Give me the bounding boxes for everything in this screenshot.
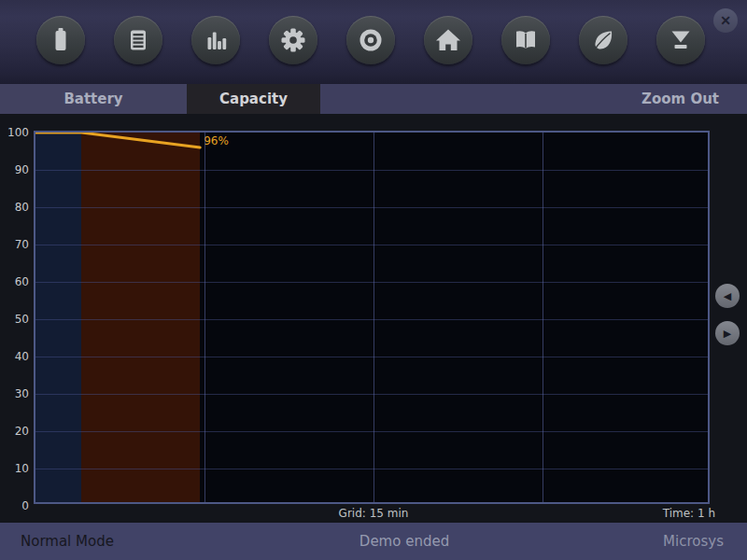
h-gridline [35,431,708,432]
plot-area: 96% [34,131,710,504]
h-gridline [35,282,708,283]
status-bar: Normal Mode Demo ended Microsys [0,523,747,560]
h-gridline [35,319,708,320]
y-axis-tick: 0 [0,499,29,512]
gear-icon [276,23,310,57]
home-icon [431,23,465,57]
record-target-icon [354,23,388,57]
vendor-label: Microsys [663,533,724,550]
capacity-line [35,133,710,504]
h-gridline [35,245,708,245]
bar-chart-button[interactable] [191,16,240,64]
chart-region: 96% 1009080706050403020100 Grid: 15 min … [0,114,747,523]
eco-button[interactable] [579,16,627,64]
collect-button[interactable] [656,16,705,64]
y-axis-tick: 30 [0,387,29,400]
log-list-icon [121,23,155,57]
tab-bar: Battery Capacity Zoom Out [0,84,747,114]
y-axis-tick: 50 [0,313,29,326]
record-button[interactable] [346,16,395,64]
leaf-icon [586,23,620,57]
funnel-icon [664,23,698,57]
battery-button[interactable] [36,16,85,64]
zoom-out-button[interactable]: Zoom Out [641,84,747,114]
h-gridline [35,207,708,208]
demo-status-label: Demo ended [359,533,449,550]
y-axis-tick: 80 [0,201,29,214]
manual-button[interactable] [501,16,550,64]
tab-capacity[interactable]: Capacity [187,84,320,114]
book-icon [509,23,543,57]
toolbar: ✕ [0,0,747,84]
tab-battery[interactable]: Battery [0,84,187,114]
scroll-left-button[interactable]: ◀ [715,284,740,308]
v-gridline [204,133,205,502]
y-axis-tick: 100 [0,126,29,139]
v-gridline [543,133,543,502]
y-axis-tick: 20 [0,425,29,438]
bar-chart-icon [199,23,233,57]
y-axis-tick: 60 [0,275,29,288]
scroll-right-button[interactable]: ▶ [715,321,740,345]
h-gridline [35,357,708,357]
grid-interval-label: Grid: 15 min [34,507,713,520]
time-window-label: Time: 1 h [663,507,715,520]
close-button[interactable]: ✕ [713,8,738,33]
mode-label: Normal Mode [21,533,114,550]
v-gridline [374,133,374,502]
h-gridline [35,170,708,171]
battery-icon [44,23,78,57]
current-value-label: 96% [204,134,229,147]
home-button[interactable] [424,16,472,64]
h-gridline [35,394,708,395]
toolbar-icon-row [36,16,705,64]
h-gridline [35,469,708,469]
y-axis-tick: 10 [0,462,29,475]
settings-button[interactable] [269,16,317,64]
log-list-button[interactable] [114,16,162,64]
y-axis-tick: 40 [0,350,29,363]
y-axis-tick: 90 [0,163,29,176]
y-axis-tick: 70 [0,238,29,251]
